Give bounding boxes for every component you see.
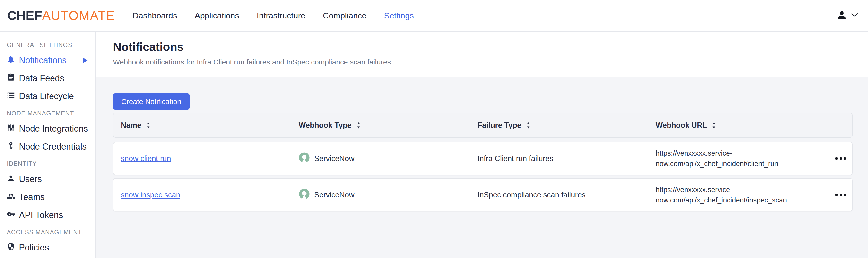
chevron-down-icon	[851, 13, 858, 18]
page-header: Notifications Webhook notifications for …	[96, 32, 868, 77]
right-triangle-icon	[83, 57, 88, 64]
cell-failure-type: Infra Client run failures	[477, 154, 656, 163]
sidebar-item-label: Node Credentials	[19, 142, 87, 152]
sidebar-item-label: Policies	[19, 243, 49, 253]
nav-dashboards[interactable]: Dashboards	[133, 11, 177, 20]
cell-name: snow inspec scan	[121, 191, 299, 199]
notification-link[interactable]: snow client run	[121, 154, 171, 163]
column-header-name: Name	[121, 121, 299, 130]
user-menu[interactable]	[836, 9, 858, 22]
cell-webhook-url: https://venxxxxx.service-now.com/api/x_c…	[656, 185, 829, 205]
page-description: Webhook notifications for Infra Client r…	[113, 58, 868, 66]
servicenow-icon	[299, 152, 310, 165]
cell-name: snow client run	[121, 154, 299, 163]
sidebar-item-label: API Tokens	[19, 210, 63, 220]
sidebar-item-label: Notifications	[19, 55, 67, 66]
vpn-key-icon	[7, 210, 15, 220]
sidebar-item-data-feeds[interactable]: Data Feeds	[0, 69, 95, 87]
sidebar-item-policies[interactable]: Policies	[0, 238, 95, 257]
sidebar-heading-general-settings: GENERAL SETTINGS	[7, 41, 95, 48]
page-title: Notifications	[113, 40, 868, 53]
top-nav: CHEFAUTOMATE Dashboards Applications Inf…	[0, 0, 868, 32]
table-header: Name Webhook Type Failure Type Webhook U…	[113, 113, 853, 138]
content-panel: Create Notification Name Webhook Type Fa…	[96, 77, 868, 258]
logo-chef: CHEF	[7, 8, 42, 23]
notification-link[interactable]: snow inspec scan	[121, 191, 180, 199]
sidebar-item-api-tokens[interactable]: API Tokens	[0, 206, 95, 224]
sidebar-item-notifications[interactable]: Notifications	[0, 51, 95, 69]
column-header-webhook-type: Webhook Type	[299, 121, 477, 130]
sidebar-item-label: Users	[19, 174, 42, 184]
sidebar-item-users[interactable]: Users	[0, 170, 95, 188]
nav-infrastructure[interactable]: Infrastructure	[257, 11, 305, 20]
sort-arrows-icon[interactable]	[356, 122, 361, 129]
column-label: Webhook URL	[656, 121, 707, 130]
sidebar-item-node-integrations[interactable]: Node Integrations	[0, 120, 95, 138]
cell-webhook-type: ServiceNow	[299, 152, 477, 165]
column-header-webhook-url: Webhook URL	[656, 121, 829, 130]
settings-sidebar: GENERAL SETTINGS Notifications Data Feed…	[0, 32, 96, 258]
sidebar-item-label: Data Feeds	[19, 73, 64, 83]
sidebar-heading-identity: IDENTITY	[7, 160, 95, 167]
sort-arrows-icon[interactable]	[146, 122, 150, 129]
sidebar-item-node-credentials[interactable]: Node Credentials	[0, 138, 95, 156]
webhook-type-label: ServiceNow	[314, 154, 354, 163]
ellipsis-icon[interactable]	[829, 157, 852, 159]
column-label: Webhook Type	[299, 121, 352, 130]
user-avatar-icon	[836, 9, 847, 22]
table-row: snow client run ServiceNow Infra Client …	[113, 142, 853, 175]
nav-settings[interactable]: Settings	[384, 11, 414, 20]
chef-automate-logo[interactable]: CHEFAUTOMATE	[7, 8, 115, 23]
cell-failure-type: InSpec compliance scan failures	[477, 191, 656, 199]
nav-compliance[interactable]: Compliance	[323, 11, 367, 20]
main-nav: Dashboards Applications Infrastructure C…	[133, 11, 414, 21]
shield-icon	[7, 243, 15, 253]
servicenow-icon	[299, 188, 310, 201]
logo-automate: AUTOMATE	[42, 8, 115, 23]
key-icon	[7, 142, 15, 152]
sliders-icon	[7, 124, 15, 134]
sidebar-item-label: Teams	[19, 192, 45, 202]
person-icon	[7, 174, 15, 185]
people-icon	[7, 192, 15, 202]
column-label: Failure Type	[477, 121, 521, 130]
column-header-failure-type: Failure Type	[477, 121, 656, 130]
column-label: Name	[121, 121, 141, 130]
cell-webhook-type: ServiceNow	[299, 188, 477, 201]
clipboard-icon	[7, 73, 15, 84]
sidebar-heading-access-management: ACCESS MANAGEMENT	[7, 228, 95, 236]
cell-webhook-url: https://venxxxxx.service-now.com/api/x_c…	[656, 148, 829, 169]
sidebar-item-label: Data Lifecycle	[19, 91, 74, 101]
sidebar-item-teams[interactable]: Teams	[0, 188, 95, 206]
table-row: snow inspec scan ServiceNow InSpec compl…	[113, 178, 853, 212]
bell-icon	[7, 55, 15, 66]
sidebar-heading-node-management: NODE MANAGEMENT	[7, 110, 95, 117]
storage-icon	[7, 91, 15, 102]
nav-applications[interactable]: Applications	[195, 11, 239, 20]
sidebar-item-data-lifecycle[interactable]: Data Lifecycle	[0, 87, 95, 105]
ellipsis-icon[interactable]	[829, 194, 852, 196]
create-notification-button[interactable]: Create Notification	[113, 94, 190, 110]
sidebar-item-label: Node Integrations	[19, 124, 88, 134]
sort-arrows-icon[interactable]	[526, 122, 530, 129]
webhook-type-label: ServiceNow	[314, 191, 354, 199]
sort-arrows-icon[interactable]	[712, 122, 716, 129]
